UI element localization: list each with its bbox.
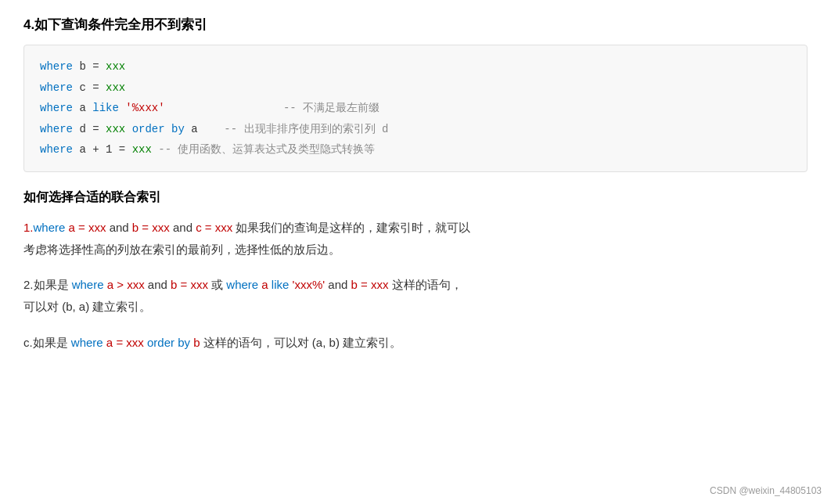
- code-line-3: where a like '%xxx' -- 不满足最左前缀: [40, 98, 791, 119]
- section-heading: 4.如下查询条件完全用不到索引: [23, 16, 808, 34]
- paragraph-2: 2.如果是 where a > xxx and b = xxx 或 where …: [23, 274, 808, 318]
- code-line-1: where b = xxx: [40, 56, 791, 77]
- sub-heading: 如何选择合适的联合索引: [23, 189, 808, 206]
- code-line-4: where d = xxx order by a -- 出现非排序使用到的索引列…: [40, 119, 791, 140]
- watermark: CSDN @weixin_44805103: [710, 485, 822, 496]
- code-line-5: where a + 1 = xxx -- 使用函数、运算表达式及类型隐式转换等: [40, 139, 791, 160]
- paragraph-3: c.如果是 where a = xxx order by b 这样的语句，可以对…: [23, 332, 808, 354]
- code-line-2: where c = xxx: [40, 77, 791, 99]
- code-block: where b = xxx where c = xxx where a like…: [23, 45, 808, 172]
- paragraph-1: 1.where a = xxx and b = xxx and c = xxx …: [23, 217, 808, 261]
